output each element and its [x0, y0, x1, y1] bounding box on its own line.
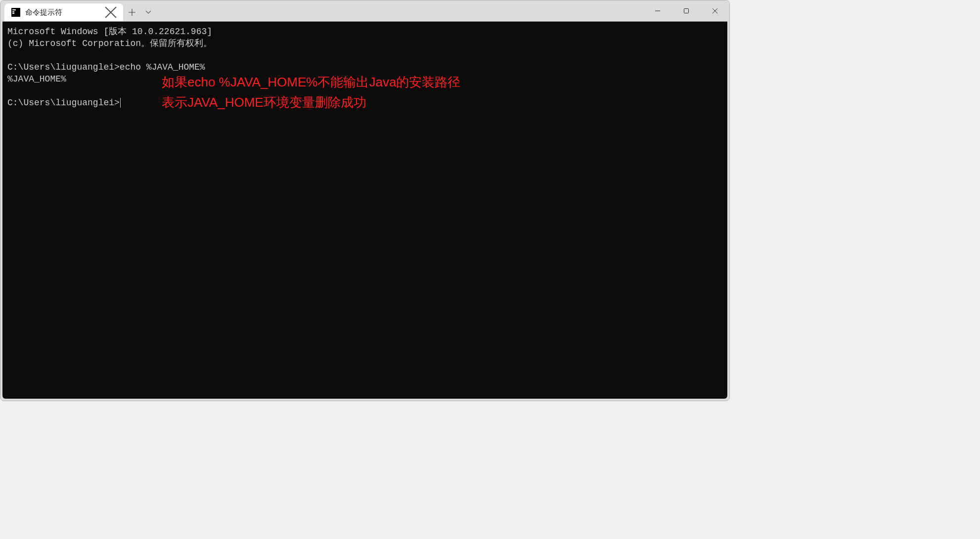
- tab-dropdown-button[interactable]: [141, 3, 156, 21]
- cursor: [120, 98, 121, 108]
- tab-close-button[interactable]: [104, 6, 117, 19]
- terminal-icon: [11, 8, 20, 17]
- maximize-icon: [683, 8, 689, 14]
- window-controls: [643, 0, 729, 21]
- terminal-line: Microsoft Windows [版本 10.0.22621.963]: [7, 26, 722, 38]
- prompt-text: C:\Users\liuguanglei>: [7, 98, 120, 108]
- annotation-text: 如果echo %JAVA_HOME%不能输出Java的安装路径: [162, 73, 460, 92]
- plus-icon: [129, 9, 135, 16]
- terminal-blank-line: [7, 49, 722, 61]
- terminal-line: (c) Microsoft Corporation。保留所有权利。: [7, 38, 722, 49]
- tab-title: 命令提示符: [25, 8, 100, 17]
- chevron-down-icon: [145, 10, 151, 14]
- new-tab-button[interactable]: [123, 3, 141, 21]
- titlebar[interactable]: 命令提示符: [0, 0, 729, 21]
- svg-rect-0: [684, 9, 689, 13]
- annotation-text: 表示JAVA_HOME环境变量删除成功: [162, 93, 366, 112]
- window-close-button[interactable]: [701, 0, 729, 21]
- terminal-content[interactable]: Microsoft Windows [版本 10.0.22621.963] (c…: [2, 21, 727, 399]
- maximize-button[interactable]: [672, 0, 701, 21]
- app-window: 命令提示符: [0, 0, 730, 401]
- close-icon: [104, 6, 117, 19]
- close-icon: [712, 8, 718, 14]
- minimize-icon: [655, 8, 661, 14]
- minimize-button[interactable]: [643, 0, 672, 21]
- tab-active[interactable]: 命令提示符: [4, 3, 123, 21]
- terminal-prompt-line: C:\Users\liuguanglei>echo %JAVA_HOME%: [7, 61, 722, 73]
